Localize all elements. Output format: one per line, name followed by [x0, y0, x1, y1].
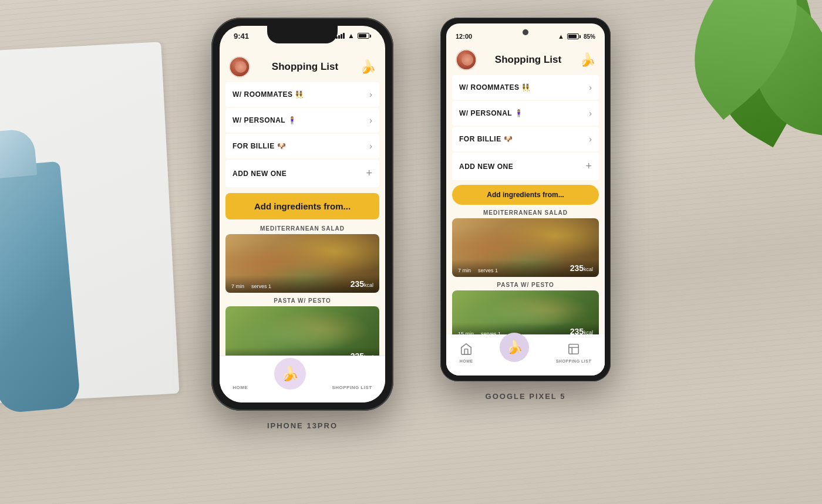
iphone-app-header: Shopping List 🍌	[220, 52, 385, 82]
pixel-recipe-2-title: PASTA W/ PESTO	[452, 282, 599, 288]
pixel-list-section: W/ ROOMMATES 👯‍♀️ › W/ PERSONAL 🧍‍♀️ › F…	[446, 75, 605, 180]
pixel-recipe-1-kcal-unit: kcal	[584, 266, 593, 272]
pixel-recipe-1-overlay: 7 min serves 1 235kcal	[452, 259, 599, 277]
list-item[interactable]: W/ ROOMMATES 👯‍♀️ ›	[225, 82, 379, 107]
pixel-recipe-1-title: MEDITERRANEAN SALAD	[452, 209, 599, 216]
pixel-add-ingredients-button[interactable]: Add ingredients from...	[452, 185, 599, 205]
pixel-home-icon	[460, 343, 473, 358]
pixel-add-new-label: ADD NEW ONE	[459, 163, 513, 171]
list-item-roommates-label: W/ ROOMMATES 👯‍♀️	[233, 90, 304, 99]
personal-emoji: 🧍‍♀️	[288, 116, 297, 124]
pixel-nav-center[interactable]: 🍌	[500, 333, 529, 362]
pixel-add-new-item[interactable]: ADD NEW ONE +	[452, 153, 599, 180]
pixel-nav-shopping-label: SHOPPING LIST	[556, 359, 592, 363]
battery-icon	[358, 33, 371, 39]
nav-shopping-label: SHOPPING LIST	[332, 385, 372, 390]
pixel-wifi-icon: ▲	[558, 33, 564, 40]
pixel-recipe-1-info: 7 min serves 1	[458, 268, 498, 273]
pixel-roommates-emoji: 👯‍♀️	[521, 83, 531, 92]
pixel-screen: 12:00 ▲ 85%	[446, 23, 605, 376]
pixel-recipe-section: MEDITERRANEAN SALAD 7 min serves 1 235kc…	[446, 209, 605, 340]
pixel-list-roommates: W/ ROOMMATES 👯‍♀️	[459, 83, 531, 92]
iphone-device: 9:41 ▲	[211, 18, 393, 411]
roommates-emoji: 👯‍♀️	[295, 90, 304, 99]
chevron-icon: ›	[369, 116, 372, 125]
signal-bar-4	[343, 33, 345, 39]
recipe-1-card[interactable]: 7 min serves 1 235kcal	[225, 234, 379, 293]
iphone-screen: 9:41 ▲	[220, 26, 385, 402]
plus-icon: +	[366, 167, 372, 180]
nav-home[interactable]: HOME	[233, 368, 248, 390]
pixel-recipe-1-time: 7 min	[458, 268, 471, 273]
pixel-label: GOOGLE PIXEL 5	[486, 392, 566, 401]
chevron-icon: ›	[369, 90, 372, 99]
recipe-2-title: PASTA W/ PESTO	[225, 297, 379, 304]
pixel-add-ingredients-label: Add ingredients from...	[487, 191, 564, 199]
pixel-recipe-1-serves: serves 1	[478, 268, 498, 273]
billie-emoji: 🐶	[277, 142, 287, 150]
pixel-recipe-1-kcal: 235	[570, 263, 584, 273]
wifi-icon: ▲	[348, 32, 355, 40]
nav-home-label: HOME	[233, 385, 248, 390]
add-ingredients-button[interactable]: Add ingredients from...	[225, 193, 379, 219]
pixel-avatar-image	[457, 50, 476, 69]
pixel-status-icons: ▲ 85%	[558, 33, 595, 40]
iphone-status-icons: ▲	[336, 32, 371, 40]
recipe-1-serves: serves 1	[251, 283, 271, 289]
pixel-nav-home[interactable]: HOME	[460, 343, 473, 363]
pixel-chevron-3: ›	[589, 134, 592, 144]
pixel-list-personal: W/ PERSONAL 🧍‍♀️	[459, 109, 523, 117]
signal-bar-2	[338, 35, 340, 39]
pixel-avatar[interactable]	[456, 49, 477, 70]
pixel-wrapper: 12:00 ▲ 85%	[440, 18, 611, 401]
pixel-battery-icon	[567, 33, 581, 39]
iphone-wrapper: 9:41 ▲	[211, 18, 393, 430]
iphone-header-title: Shopping List	[272, 61, 338, 73]
pixel-battery-pct: 85%	[584, 33, 595, 40]
recipe-1-overlay: 7 min serves 1 235kcal	[225, 275, 379, 293]
pixel-device: 12:00 ▲ 85%	[440, 18, 611, 381]
iphone-avatar[interactable]	[229, 56, 250, 77]
pixel-recipe-1-card[interactable]: 7 min serves 1 235kcal	[452, 218, 599, 277]
list-item[interactable]: FOR BILLIE 🐶 ›	[225, 134, 379, 158]
iphone-bottom-nav: HOME 🍌 SHOPPING LIST	[220, 356, 385, 402]
pixel-recipe-1-kcal-block: 235kcal	[570, 263, 593, 273]
list-item[interactable]: W/ PERSONAL 🧍‍♀️ ›	[225, 108, 379, 133]
pixel-recipe-2-card[interactable]: 15 min serves 1 235kcal	[452, 290, 599, 340]
add-ingredients-label: Add ingredients from...	[254, 201, 351, 211]
pixel-list-billie: FOR BILLIE 🐶	[459, 135, 513, 143]
pixel-app-header: Shopping List 🍌	[446, 45, 605, 75]
pixel-personal-emoji: 🧍‍♀️	[514, 109, 524, 117]
add-new-item[interactable]: ADD NEW ONE +	[225, 160, 379, 187]
pixel-header-title: Shopping List	[495, 54, 561, 66]
iphone-banana-icon: 🍌	[360, 59, 376, 75]
pixel-bottom-nav: HOME 🍌 SHOPPING LIST	[446, 334, 605, 376]
iphone-list-section: W/ ROOMMATES 👯‍♀️ › W/ PERSONAL 🧍‍♀️ › F…	[220, 82, 385, 187]
recipe-1-kcal-unit: kcal	[364, 282, 373, 288]
svg-rect-3	[569, 344, 579, 354]
list-item[interactable]: W/ ROOMMATES 👯‍♀️ ›	[452, 75, 599, 100]
pixel-billie-emoji: 🐶	[504, 135, 513, 143]
phones-container: 9:41 ▲	[0, 18, 822, 430]
recipe-1-title: MEDITERRANEAN SALAD	[225, 225, 379, 232]
nav-center-btn[interactable]: 🍌	[274, 358, 306, 390]
nav-shopping-list[interactable]: SHOPPING LIST	[332, 368, 372, 390]
signal-bar-3	[341, 34, 342, 39]
list-item-personal-label: W/ PERSONAL 🧍‍♀️	[233, 116, 297, 124]
pixel-plus-icon: +	[585, 160, 592, 172]
recipe-1-time: 7 min	[231, 283, 244, 289]
pixel-banana-icon: 🍌	[580, 52, 595, 67]
recipe-1-kcal: 235	[351, 279, 364, 289]
iphone-recipe-section: MEDITERRANEAN SALAD 7 min serves 1 235kc…	[220, 225, 385, 365]
pixel-nav-shopping[interactable]: SHOPPING LIST	[556, 343, 592, 363]
nav-center-banana: 🍌	[281, 366, 299, 382]
pixel-time: 12:00	[456, 33, 472, 40]
list-item-billie-label: FOR BILLIE 🐶	[233, 142, 286, 150]
avatar-image	[230, 57, 249, 76]
chevron-icon: ›	[369, 141, 372, 151]
pixel-chevron-2: ›	[589, 109, 592, 118]
iphone-time: 9:41	[234, 32, 249, 40]
list-item[interactable]: W/ PERSONAL 🧍‍♀️ ›	[452, 101, 599, 126]
list-item[interactable]: FOR BILLIE 🐶 ›	[452, 127, 599, 151]
add-new-label: ADD NEW ONE	[233, 170, 287, 178]
